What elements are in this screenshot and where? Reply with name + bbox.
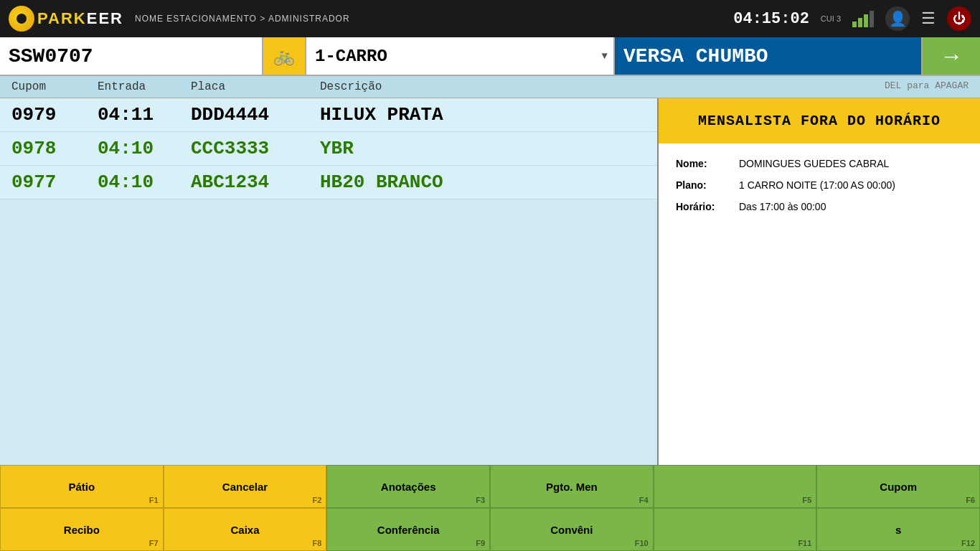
alert-nome-label: Nome: [676,158,733,169]
footer-btn-fkey: F4 [639,496,649,504]
col-header-cupom: Cupom [11,80,98,93]
footer-btn-f6[interactable]: CupomF6 [816,465,980,508]
footer-row-2: ReciboF7CaixaF8ConferênciaF9ConvêniF10F1… [0,508,980,551]
footer-btn-f8[interactable]: CaixaF8 [164,508,327,551]
alert-body: Nome: DOMINGUES GUEDES CABRAL Plano: 1 C… [659,143,980,458]
footer-btn-f3[interactable]: AnotaçõesF3 [326,465,490,508]
alert-title: MENSALISTA FORA DO HORÁRIO [673,113,966,129]
alert-horario-label: Horário: [676,201,733,212]
header-right: 04:15:02 CUI 3 👤 ☰ ⏻ [733,6,971,31]
signal-bar-3 [864,14,868,27]
signal-bar-1 [852,22,857,27]
footer-btn-label: Anotações [381,481,436,493]
footer-btn-fkey: F6 [966,496,975,504]
footer-btn-fkey: F5 [803,496,812,504]
table-header: Cupom Entrada Placa Descrição DEL para A… [0,76,980,98]
alert-nome-field: Nome: DOMINGUES GUEDES CABRAL [676,158,963,169]
row-placa: CCC3333 [191,138,320,159]
footer-btn-fkey: F7 [149,539,159,547]
signal-bar-4 [870,11,874,27]
footer-btn-f1[interactable]: PátioF1 [0,465,164,508]
input-row: 🚲 1-CARRO2-MOTO3-CAMINHÃO4-ÔNIBUS ▼ → [0,37,980,76]
logo-text: PARKEER [37,9,123,28]
footer-btn-fkey: F11 [798,539,811,547]
footer-btn-fkey: F12 [961,539,975,547]
footer-btn-fkey: F2 [313,496,322,504]
header: PARKEER NOME ESTACIONAMENTO > ADMINISTRA… [0,0,980,37]
col-header-placa: Placa [191,80,320,93]
footer-btn-f11[interactable]: F11 [654,508,817,551]
col-header-entrada: Entrada [98,80,191,93]
row-cupom: 0979 [11,104,98,126]
footer-btn-fkey: F3 [476,496,485,504]
signal-bars [852,11,874,27]
header-nav: NOME ESTACIONAMENTO > ADMINISTRADOR [135,14,350,24]
alert-modal: MENSALISTA FORA DO HORÁRIO Nome: DOMINGU… [657,98,980,487]
alert-horario-value: Das 17:00 às 00:00 [739,201,826,212]
plate-input[interactable] [0,37,263,75]
footer-btn-f2[interactable]: CancelarF2 [164,465,327,508]
footer-btn-f9[interactable]: ConferênciaF9 [326,508,490,551]
user-icon[interactable]: 👤 [885,6,910,31]
footer-btn-fkey: F1 [149,496,159,504]
col-header-descricao: Descrição [320,80,969,93]
type-select-wrapper: 1-CARRO2-MOTO3-CAMINHÃO4-ÔNIBUS ▼ [306,37,615,75]
row-placa: ABC1234 [191,171,320,193]
footer-btn-label: Cancelar [222,481,268,493]
footer-btn-label: Conferência [377,524,440,536]
menu-icon[interactable]: ☰ [921,9,936,29]
row-placa: DDD4444 [191,104,320,126]
footer-btn-fkey: F8 [313,539,322,547]
row-entrada: 04:10 [98,171,191,193]
footer-btn-f7[interactable]: ReciboF7 [0,508,164,551]
footer-btn-label: s [895,524,901,536]
alert-plano-label: Plano: [676,179,733,191]
submit-button[interactable]: → [923,37,980,75]
row-cupom: 0978 [11,138,98,159]
alert-nome-value: DOMINGUES GUEDES CABRAL [739,158,889,169]
row-cupom: 0977 [11,171,98,193]
alert-plano-field: Plano: 1 CARRO NOITE (17:00 AS 00:00) [676,179,963,191]
footer-btn-fkey: F9 [476,539,485,547]
footer-btn-f12[interactable]: sF12 [816,508,980,551]
footer-btn-label: Convêni [550,524,593,536]
alert-header: MENSALISTA FORA DO HORÁRIO [659,98,980,143]
footer-btn-f5[interactable]: F5 [654,465,817,508]
alert-plano-value: 1 CARRO NOITE (17:00 AS 00:00) [739,179,895,191]
description-input[interactable] [615,37,923,75]
clock: 04:15:02 [733,10,809,28]
signal-bar-2 [858,18,862,27]
del-hint: DEL para APAGAR [885,80,969,91]
logo: PARKEER [9,6,123,32]
bike-button[interactable]: 🚲 [263,37,306,75]
footer-btn-label: Caixa [230,524,259,536]
power-icon[interactable]: ⏻ [947,6,971,31]
row-entrada: 04:11 [98,104,191,126]
footer-btn-label: Recibo [64,524,100,536]
footer-btn-label: Pátio [68,481,95,493]
footer-row-1: PátioF1CancelarF2AnotaçõesF3Pgto. MenF4F… [0,465,980,508]
footer-btn-f10[interactable]: ConvêniF10 [490,508,654,551]
type-select[interactable]: 1-CARRO2-MOTO3-CAMINHÃO4-ÔNIBUS [306,37,613,75]
footer-btn-label: Pgto. Men [546,481,598,493]
cui-badge: CUI 3 [821,14,841,23]
main-content: 0979 04:11 DDD4444 HILUX PRATA 0978 04:1… [0,98,980,487]
footer-btn-label: Cupom [880,481,917,493]
footer-btn-f4[interactable]: Pgto. MenF4 [490,465,654,508]
footer: PátioF1CancelarF2AnotaçõesF3Pgto. MenF4F… [0,465,980,551]
alert-horario-field: Horário: Das 17:00 às 00:00 [676,201,963,212]
logo-icon [9,6,34,32]
footer-btn-fkey: F10 [635,539,649,547]
row-entrada: 04:10 [98,138,191,159]
